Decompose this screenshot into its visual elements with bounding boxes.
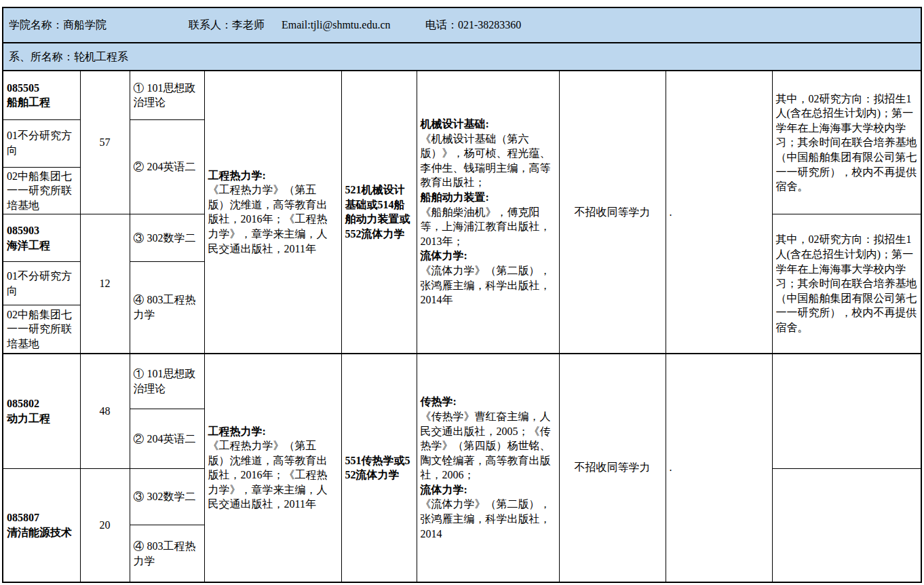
program-name: 动力工程 [7, 411, 77, 426]
admissions-table: 学院名称：商船学院 联系人：李老师 Email:tjli@shmtu.edu.c… [2, 7, 922, 583]
admissions-grid: 学院名称：商船学院 联系人：李老师 Email:tjli@shmtu.edu.c… [2, 7, 922, 583]
ref-title: 流体力学: [421, 483, 556, 497]
ref-body: 《工程热力学》（第五版）沈维道，高等教育出版社，2016年；《工程热力学》，章学… [208, 184, 328, 254]
retest-refs-cell-bottom: 传热学:《传热学》曹红奋主编，人民交通出版社，2005；《传热学》（第四版）杨世… [417, 354, 559, 582]
ref-body: 《机械设计基础（第六版）》，杨可桢、程光蕴、李仲生、钱瑞明主编，高等教育出版社； [421, 133, 551, 189]
equivalency-policy-cell-bottom: 不招收同等学力 [559, 354, 666, 582]
program-name: 清洁能源技术 [7, 525, 77, 540]
program-name: 船舶工程 [7, 95, 77, 110]
exam-subject-cell-math: ③ 302数学二 [130, 469, 204, 525]
ref-title: 机械设计基础: [421, 117, 556, 132]
exam-subject-cell-thermo: ④ 803工程热力学 [130, 525, 204, 582]
ref-title: 传热学: [421, 394, 556, 409]
ref-title: 工程热力学: [208, 424, 338, 439]
quota-cell-085802: 48 [80, 354, 130, 469]
equivalency-policy-cell-top: 不招收同等学力 [559, 71, 666, 354]
program-code: 085505 [7, 81, 77, 96]
remark-cell-085903: 其中，02研究方向：拟招生1人(含在总招生计划内)；第一学年在上海海事大学校内学… [772, 214, 921, 354]
ref-body: 《流体力学》（第二版），张鸿雁主编，科学出版社，2014 [421, 498, 551, 539]
program-code: 085802 [7, 396, 77, 411]
ref-body: 《船舶柴油机》，傅克阳等，上海浦江教育出版社，2013年； [421, 206, 551, 247]
email-label: Email:tjli@shmtu.edu.cn [282, 18, 391, 33]
program-code-cell-085807: 085807 清洁能源技术 [3, 469, 80, 582]
dot-cell-top: . [666, 71, 772, 354]
ref-title: 工程热力学: [208, 168, 338, 183]
ref-body: 《流体力学》（第二版），张鸿雁主编，科学出版社，2014年 [421, 265, 551, 305]
program-name: 海洋工程 [7, 238, 77, 253]
department-name-label: 系、所名称：轮机工程系 [9, 50, 128, 64]
exam-subject-cell-politics: ① 101思想政治理论 [130, 354, 204, 409]
exam-subject-cell-english: ② 204英语二 [130, 119, 204, 214]
research-direction-cell: 01不分研究方向 [3, 119, 80, 167]
exam-subject-cell-math: ③ 302数学二 [130, 214, 204, 262]
remark-cell-085807-empty [772, 469, 921, 582]
research-direction-cell: 02中船集团七一一研究所联培基地 [3, 167, 80, 214]
remark-cell-085802-empty [772, 354, 921, 469]
quota-cell-085903: 12 [80, 214, 130, 354]
contact-person-label: 联系人：李老师 [189, 18, 265, 33]
exam-subject-cell-english: ② 204英语二 [130, 409, 204, 469]
ref-title: 船舶动力装置: [421, 190, 556, 205]
department-header-row: 系、所名称：轮机工程系 [3, 43, 921, 71]
dot-cell-bottom: . [666, 354, 772, 582]
college-name-label: 学院名称：商船学院 [9, 18, 107, 33]
remark-cell-085505: 其中，02研究方向：拟招生1人(含在总招生计划内)；第一学年在上海海事大学校内学… [772, 71, 921, 214]
ref-body: 《工程热力学》（第五版）沈维道，高等教育出版社，2016年；《工程热力学》，章学… [208, 440, 328, 510]
quota-cell-085807: 20 [80, 469, 130, 582]
program-code: 085903 [7, 223, 77, 238]
ref-title: 流体力学: [421, 248, 556, 263]
retest-subjects-cell-bottom: 551传热学或552流体力学 [341, 354, 417, 582]
retest-subjects-cell-top: 521机械设计基础或514船舶动力装置或552流体力学 [341, 71, 417, 354]
initial-exam-refs-cell-bottom: 工程热力学:《工程热力学》（第五版）沈维道，高等教育出版社，2016年；《工程热… [204, 354, 341, 582]
quota-cell-085505: 57 [80, 71, 130, 214]
exam-subject-cell-thermo: ④ 803工程热力学 [130, 262, 204, 354]
initial-exam-refs-cell-top: 工程热力学:《工程热力学》（第五版）沈维道，高等教育出版社，2016年；《工程热… [204, 71, 341, 354]
contact-header-row: 学院名称：商船学院 联系人：李老师 Email:tjli@shmtu.edu.c… [3, 7, 921, 43]
exam-subject-cell-politics: ① 101思想政治理论 [130, 71, 204, 119]
program-code-cell-085505: 085505 船舶工程 [3, 71, 80, 119]
research-direction-cell: 02中船集团七一一研究所联培基地 [3, 305, 80, 354]
phone-label: 电话：021-38283360 [425, 18, 521, 33]
program-code-cell-085802: 085802 动力工程 [3, 354, 80, 469]
retest-refs-cell-top: 机械设计基础:《机械设计基础（第六版）》，杨可桢、程光蕴、李仲生、钱瑞明主编，高… [417, 71, 559, 354]
program-code: 085807 [7, 510, 77, 525]
research-direction-cell: 01不分研究方向 [3, 262, 80, 305]
program-code-cell-085903: 085903 海洋工程 [3, 214, 80, 262]
ref-body: 《传热学》曹红奋主编，人民交通出版社，2005；《传热学》（第四版）杨世铭、陶文… [421, 411, 551, 480]
